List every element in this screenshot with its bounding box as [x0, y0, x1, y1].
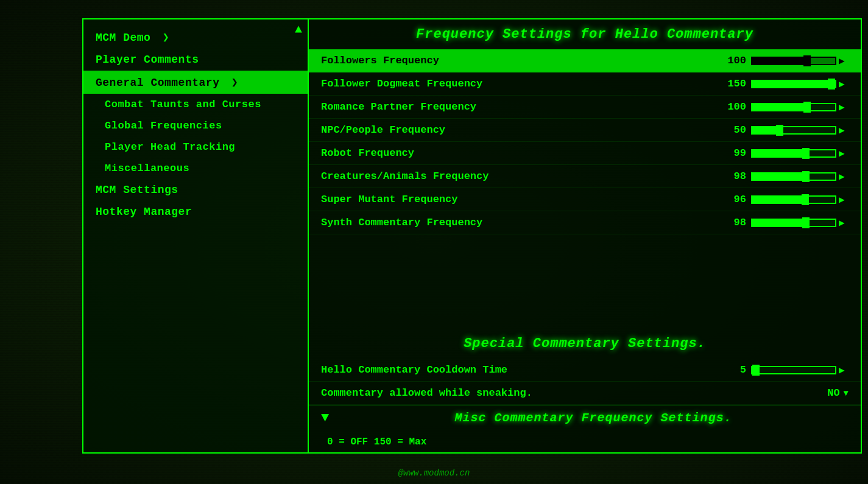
slider-track [751, 80, 836, 88]
slider-npc[interactable]: ▶ [751, 124, 849, 136]
slider-super-mutant[interactable]: ▶ [751, 194, 849, 206]
slider-right-arrow: ▶ [839, 101, 845, 113]
setting-value: 96 [719, 194, 746, 205]
slider-followers[interactable]: ▶ [751, 55, 849, 67]
setting-label: Super Mutant Frequency [321, 194, 719, 205]
setting-value: 5 [719, 364, 746, 376]
slider-right-arrow: ▶ [839, 170, 845, 183]
sidebar-item-mcm-demo[interactable]: MCM Demo ❯ [83, 26, 308, 49]
slider-thumb [803, 55, 811, 66]
slider-thumb [802, 217, 810, 228]
slider-dogmeat[interactable]: ▶ [751, 78, 849, 90]
setting-label: Followers Frequency [321, 55, 719, 66]
setting-row-romance-freq[interactable]: Romance Partner Frequency 100 ▶ [309, 96, 861, 119]
slider-robot[interactable]: ▶ [751, 147, 849, 160]
slider-thumb [752, 365, 760, 376]
sidebar-item-miscellaneous[interactable]: Miscellaneous [83, 158, 308, 179]
watermark: @www.modmod.cn [398, 468, 470, 478]
main-section-title: Frequency Settings for Hello Commentary [309, 19, 861, 49]
setting-label: Follower Dogmeat Frequency [321, 78, 719, 89]
slider-right-arrow: ▶ [839, 194, 845, 206]
main-panel: ▲ MCM Demo ❯ Player Comments General Com… [82, 18, 862, 454]
slider-track [751, 172, 836, 181]
slider-fill [752, 81, 835, 87]
sidebar-item-global-frequencies[interactable]: Global Frequencies [83, 115, 308, 136]
slider-fill [752, 150, 806, 156]
sidebar: ▲ MCM Demo ❯ Player Comments General Com… [83, 19, 309, 452]
slider-right-arrow: ▶ [839, 55, 845, 67]
sidebar-label: Player Head Tracking [105, 141, 235, 153]
sidebar-item-general-commentary[interactable]: General Commentary ❯ [83, 71, 308, 94]
setting-label: Robot Frequency [321, 147, 719, 159]
slider-track [751, 149, 836, 158]
setting-row-super-mutant-freq[interactable]: Super Mutant Frequency 96 ▶ [309, 188, 861, 211]
setting-label: Synth Commentary Frequency [321, 217, 719, 228]
slider-synth[interactable]: ▶ [751, 217, 849, 229]
special-section-title: Special Commentary Settings. [309, 329, 861, 359]
setting-row-npc-freq[interactable]: NPC/People Frequency 50 ▶ [309, 119, 861, 142]
setting-value: 99 [719, 147, 746, 159]
setting-label: NPC/People Frequency [321, 124, 719, 136]
setting-value: 150 [719, 78, 746, 89]
slider-right-arrow: ▶ [839, 124, 845, 136]
sidebar-item-combat-taunts[interactable]: Combat Taunts and Curses [83, 94, 308, 115]
setting-row-followers-freq[interactable]: Followers Frequency 100 ▶ [309, 49, 861, 72]
sidebar-label: General Commentary [96, 77, 219, 89]
sidebar-arrow-selected: ❯ [231, 75, 238, 89]
setting-row-robot-freq[interactable]: Robot Frequency 99 ▶ [309, 142, 861, 165]
footer-note: 0 = OFF 150 = Max [309, 430, 861, 452]
slider-right-arrow: ▶ [839, 217, 845, 229]
slider-right-arrow: ▶ [839, 364, 845, 376]
sidebar-item-player-comments[interactable]: Player Comments [83, 49, 308, 71]
slider-thumb [776, 125, 783, 136]
slider-thumb [803, 102, 811, 113]
sidebar-item-player-head-tracking[interactable]: Player Head Tracking [83, 136, 308, 158]
setting-row-sneaking[interactable]: Commentary allowed while sneaking. NO ▼ [309, 382, 861, 405]
sidebar-label: Miscellaneous [105, 163, 189, 174]
setting-value: 98 [719, 217, 746, 228]
misc-collapse-row[interactable]: ▼ Misc Commentary Frequency Settings. [309, 405, 861, 430]
setting-row-hello-cooldown[interactable]: Hello Commentary Cooldown Time 5 ▶ [309, 359, 861, 382]
spacer [309, 318, 861, 329]
setting-value: 100 [719, 55, 746, 66]
setting-label: Hello Commentary Cooldown Time [321, 364, 719, 376]
slider-thumb [802, 194, 809, 205]
dropdown-sneaking[interactable]: NO ▼ [827, 387, 849, 399]
sidebar-label: Combat Taunts and Curses [105, 99, 261, 110]
slider-fill [752, 220, 806, 226]
scroll-up-icon[interactable]: ▲ [289, 23, 308, 37]
setting-value: 50 [719, 124, 746, 136]
slider-track [751, 366, 836, 374]
setting-row-dogmeat-freq[interactable]: Follower Dogmeat Frequency 150 ▶ [309, 72, 861, 96]
slider-thumb [802, 148, 810, 159]
slider-fill [752, 174, 806, 180]
setting-row-creatures-freq[interactable]: Creatures/Animals Frequency 98 ▶ [309, 165, 861, 188]
slider-thumb [802, 171, 810, 182]
sidebar-arrow: ❯ [163, 30, 169, 44]
chevron-down-icon: ▼ [844, 388, 849, 398]
setting-value: 100 [719, 101, 746, 113]
sidebar-label: Player Comments [96, 54, 199, 66]
setting-row-synth-freq[interactable]: Synth Commentary Frequency 98 ▶ [309, 211, 861, 234]
sidebar-label: MCM Settings [96, 184, 178, 196]
slider-track [751, 195, 836, 204]
slider-track [751, 126, 836, 135]
sidebar-item-mcm-settings[interactable]: MCM Settings [83, 179, 308, 201]
sidebar-item-hotkey-manager[interactable]: Hotkey Manager [83, 201, 308, 223]
collapse-down-icon[interactable]: ▼ [321, 410, 329, 426]
slider-right-arrow: ▶ [839, 78, 845, 90]
sidebar-label: MCM Demo [96, 32, 150, 44]
slider-fill [752, 197, 805, 203]
setting-label: Creatures/Animals Frequency [321, 170, 719, 182]
slider-creatures[interactable]: ▶ [751, 170, 849, 183]
misc-section-title: Misc Commentary Frequency Settings. [338, 411, 849, 425]
slider-track [751, 57, 836, 65]
slider-fill [752, 58, 807, 64]
slider-track [751, 103, 836, 111]
slider-romance[interactable]: ▶ [751, 101, 849, 113]
setting-label: Commentary allowed while sneaking. [321, 387, 827, 399]
content-area: Frequency Settings for Hello Commentary … [309, 19, 861, 452]
settings-list: Followers Frequency 100 ▶ Follower Dogme… [309, 49, 861, 318]
sidebar-label: Hotkey Manager [96, 206, 192, 218]
slider-cooldown[interactable]: ▶ [751, 364, 849, 376]
